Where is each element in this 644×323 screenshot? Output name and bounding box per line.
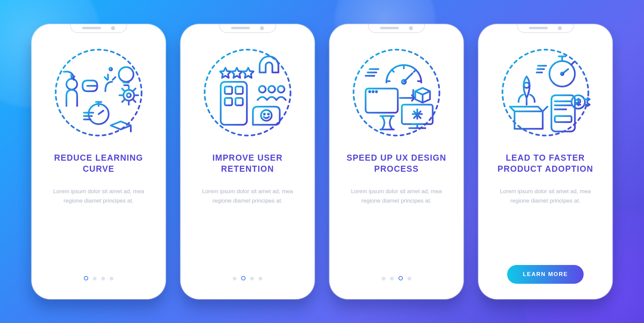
phone-notch xyxy=(70,24,127,33)
dot-2[interactable] xyxy=(241,276,246,280)
onboarding-screen-2: IMPROVE USER RETENTION Lorem ipsum dolor… xyxy=(180,24,315,299)
dot-1[interactable] xyxy=(233,277,236,280)
svg-point-18 xyxy=(268,113,269,114)
svg-point-24 xyxy=(376,91,377,92)
user-retention-icon xyxy=(201,46,294,140)
pagination-dots xyxy=(382,277,411,280)
svg-point-14 xyxy=(268,86,275,93)
svg-point-1 xyxy=(66,79,77,90)
onboarding-screen-4: LEAD TO FASTER PRODUCT ADOPTION Lorem ip… xyxy=(478,24,612,299)
phone-notch xyxy=(219,24,276,33)
svg-point-23 xyxy=(372,91,374,92)
svg-point-15 xyxy=(278,86,284,93)
svg-point-5 xyxy=(127,93,131,97)
dot-2[interactable] xyxy=(390,277,394,280)
speed-ux-icon xyxy=(350,46,443,140)
screen-body: Lorem ipsum dolor sit amet ad, mea regio… xyxy=(197,187,298,206)
svg-rect-9 xyxy=(225,87,232,94)
dot-3[interactable] xyxy=(101,277,105,280)
screen-body: Lorem ipsum dolor sit amet ad, mea regio… xyxy=(48,187,149,206)
svg-point-29 xyxy=(524,83,529,88)
svg-point-4 xyxy=(123,90,134,101)
svg-rect-11 xyxy=(225,98,232,105)
svg-rect-12 xyxy=(235,98,243,105)
svg-point-22 xyxy=(369,91,370,92)
screen-body: Lorem ipsum dolor sit amet ad, mea regio… xyxy=(346,187,447,206)
phone-notch xyxy=(368,24,425,33)
svg-point-3 xyxy=(119,67,133,82)
svg-rect-31 xyxy=(555,116,572,122)
screen-body: Lorem ipsum dolor sit amet ad, mea regio… xyxy=(495,187,596,206)
product-adoption-icon xyxy=(498,46,592,140)
dot-2[interactable] xyxy=(93,277,97,280)
svg-point-2 xyxy=(109,68,112,70)
dot-3[interactable] xyxy=(398,276,403,280)
learn-more-button[interactable]: LEARN MORE xyxy=(507,265,584,284)
dot-4[interactable] xyxy=(259,277,262,280)
dot-4[interactable] xyxy=(110,277,113,280)
screen-title: REDUCE LEARNING CURVE xyxy=(42,152,156,175)
pagination-dots xyxy=(233,277,262,280)
dot-1[interactable] xyxy=(382,277,385,280)
phone-notch xyxy=(517,24,574,33)
svg-point-17 xyxy=(264,113,265,114)
onboarding-screen-3: SPEED UP UX DESIGN PROCESS Lorem ipsum d… xyxy=(329,24,464,299)
screen-title: LEAD TO FASTER PRODUCT ADOPTION xyxy=(488,152,602,175)
dot-3[interactable] xyxy=(250,277,254,280)
learning-curve-icon xyxy=(52,46,146,140)
svg-point-13 xyxy=(259,86,266,93)
screen-title: IMPROVE USER RETENTION xyxy=(191,152,305,175)
dot-1[interactable] xyxy=(84,276,88,280)
svg-rect-10 xyxy=(235,87,243,94)
svg-point-16 xyxy=(261,110,272,121)
dot-4[interactable] xyxy=(408,277,411,280)
pagination-dots xyxy=(84,277,113,280)
onboarding-screen-1: REDUCE LEARNING CURVE Lorem ipsum dolor … xyxy=(32,24,166,299)
screen-title: SPEED UP UX DESIGN PROCESS xyxy=(339,152,453,175)
